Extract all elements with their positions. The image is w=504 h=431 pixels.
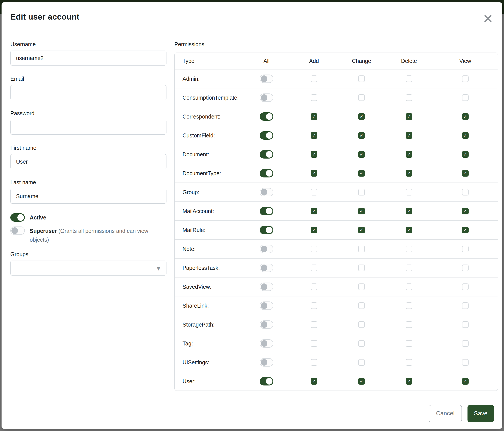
superuser-toggle[interactable] <box>10 226 25 235</box>
change-checkbox[interactable] <box>358 321 365 328</box>
view-checkbox[interactable] <box>462 359 468 366</box>
add-checkbox[interactable]: ✓ <box>311 151 317 158</box>
all-toggle[interactable] <box>260 377 273 386</box>
delete-checkbox[interactable] <box>406 321 412 328</box>
delete-checkbox[interactable] <box>406 94 412 101</box>
all-toggle[interactable] <box>260 169 273 178</box>
all-toggle[interactable] <box>260 320 273 329</box>
last-name-field[interactable] <box>10 189 166 204</box>
change-checkbox[interactable] <box>358 283 365 290</box>
all-toggle[interactable] <box>260 112 273 121</box>
add-checkbox[interactable] <box>311 359 317 366</box>
active-toggle[interactable] <box>10 213 25 222</box>
permissions-label: Permissions <box>174 41 498 48</box>
delete-checkbox[interactable] <box>406 246 412 252</box>
close-icon[interactable]: × <box>480 10 496 26</box>
delete-checkbox[interactable]: ✓ <box>406 151 412 158</box>
view-checkbox[interactable] <box>462 302 468 309</box>
view-checkbox[interactable] <box>462 265 468 271</box>
add-checkbox[interactable] <box>311 246 317 252</box>
email-field-group: Email <box>10 75 166 100</box>
add-checkbox[interactable]: ✓ <box>311 227 317 233</box>
view-checkbox[interactable]: ✓ <box>462 170 468 177</box>
all-toggle[interactable] <box>260 150 273 159</box>
change-checkbox[interactable] <box>358 94 365 101</box>
view-checkbox[interactable] <box>462 340 468 347</box>
change-checkbox[interactable] <box>358 189 365 196</box>
change-checkbox[interactable]: ✓ <box>358 170 365 177</box>
view-checkbox[interactable]: ✓ <box>462 378 468 385</box>
all-toggle[interactable] <box>260 245 273 253</box>
delete-checkbox[interactable] <box>406 265 412 271</box>
cancel-button[interactable]: Cancel <box>429 405 462 422</box>
change-checkbox[interactable] <box>358 75 365 82</box>
password-field[interactable] <box>10 120 166 135</box>
change-checkbox[interactable] <box>358 246 365 252</box>
change-checkbox[interactable] <box>358 359 365 366</box>
delete-checkbox[interactable]: ✓ <box>406 170 412 177</box>
delete-checkbox[interactable] <box>406 359 412 366</box>
all-toggle[interactable] <box>260 283 273 291</box>
delete-checkbox[interactable]: ✓ <box>406 378 412 385</box>
delete-checkbox[interactable] <box>406 302 412 309</box>
add-checkbox[interactable]: ✓ <box>311 132 317 139</box>
change-checkbox[interactable] <box>358 265 365 271</box>
save-button[interactable]: Save <box>468 405 494 422</box>
add-checkbox[interactable] <box>311 340 317 347</box>
change-checkbox[interactable]: ✓ <box>358 132 365 139</box>
view-checkbox[interactable]: ✓ <box>462 208 468 214</box>
view-checkbox[interactable] <box>462 94 468 101</box>
change-checkbox[interactable] <box>358 340 365 347</box>
first-name-field[interactable] <box>10 154 166 169</box>
change-checkbox[interactable]: ✓ <box>358 151 365 158</box>
all-toggle[interactable] <box>260 301 273 310</box>
add-checkbox[interactable] <box>311 321 317 328</box>
add-checkbox[interactable]: ✓ <box>311 208 317 214</box>
delete-checkbox[interactable]: ✓ <box>406 132 412 139</box>
perm-row-savedview: SavedView: <box>175 277 498 296</box>
username-input[interactable] <box>10 51 166 65</box>
all-toggle[interactable] <box>260 93 273 102</box>
change-checkbox[interactable] <box>358 302 365 309</box>
delete-checkbox[interactable]: ✓ <box>406 113 412 120</box>
all-toggle[interactable] <box>260 74 273 83</box>
all-toggle[interactable] <box>260 207 273 215</box>
all-toggle[interactable] <box>260 339 273 348</box>
all-toggle[interactable] <box>260 226 273 234</box>
all-toggle[interactable] <box>260 264 273 272</box>
view-checkbox[interactable]: ✓ <box>462 151 468 158</box>
add-checkbox[interactable] <box>311 283 317 290</box>
change-checkbox[interactable]: ✓ <box>358 378 365 385</box>
add-checkbox[interactable] <box>311 189 317 196</box>
all-toggle[interactable] <box>260 358 273 367</box>
view-checkbox[interactable] <box>462 283 468 290</box>
groups-select[interactable]: ▼ <box>10 260 166 276</box>
delete-checkbox[interactable]: ✓ <box>406 208 412 214</box>
view-checkbox[interactable] <box>462 246 468 252</box>
email-field[interactable] <box>10 85 166 100</box>
add-checkbox[interactable] <box>311 265 317 271</box>
add-checkbox[interactable]: ✓ <box>311 378 317 385</box>
view-checkbox[interactable] <box>462 75 468 82</box>
change-checkbox[interactable]: ✓ <box>358 208 365 214</box>
all-toggle[interactable] <box>260 188 273 196</box>
add-checkbox[interactable] <box>311 302 317 309</box>
add-checkbox[interactable] <box>311 75 317 82</box>
view-checkbox[interactable]: ✓ <box>462 132 468 139</box>
change-checkbox[interactable]: ✓ <box>358 113 365 120</box>
delete-checkbox[interactable]: ✓ <box>406 227 412 233</box>
view-checkbox[interactable]: ✓ <box>462 227 468 233</box>
delete-checkbox[interactable] <box>406 283 412 290</box>
delete-checkbox[interactable] <box>406 75 412 82</box>
delete-checkbox[interactable] <box>406 340 412 347</box>
add-checkbox[interactable] <box>311 94 317 101</box>
view-checkbox[interactable] <box>462 321 468 328</box>
view-checkbox[interactable] <box>462 189 468 196</box>
add-checkbox[interactable]: ✓ <box>311 170 317 177</box>
all-toggle[interactable] <box>260 131 273 140</box>
view-checkbox[interactable]: ✓ <box>462 113 468 120</box>
add-checkbox[interactable]: ✓ <box>311 113 317 120</box>
change-checkbox[interactable]: ✓ <box>358 227 365 233</box>
delete-checkbox[interactable] <box>406 189 412 196</box>
perm-type-label: ShareLink: <box>175 303 243 309</box>
